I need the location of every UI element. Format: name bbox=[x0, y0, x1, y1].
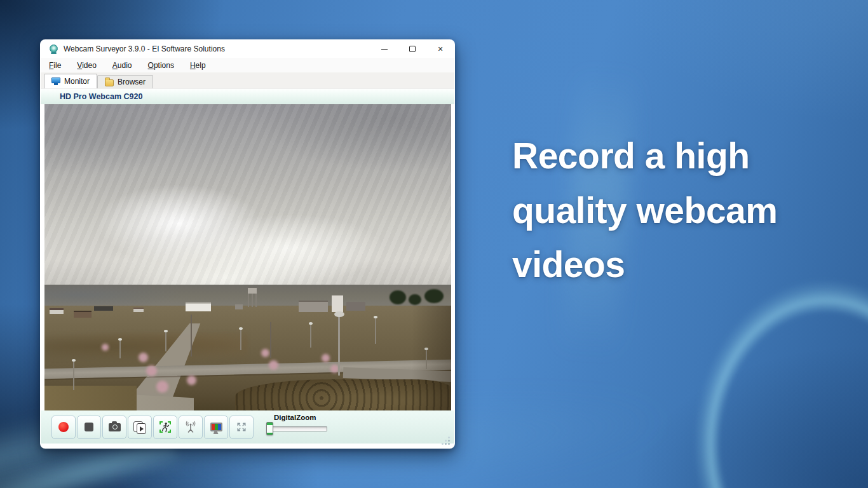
close-button[interactable]: × bbox=[426, 40, 454, 58]
stop-icon bbox=[85, 423, 93, 431]
tab-monitor-label: Monitor bbox=[64, 77, 90, 86]
frame-capture-button[interactable] bbox=[128, 416, 152, 439]
menu-help[interactable]: Help bbox=[184, 59, 212, 72]
folder-icon bbox=[105, 79, 114, 86]
tab-bar: Monitor Browser bbox=[41, 72, 454, 88]
motion-runner-icon bbox=[159, 421, 172, 433]
webcam-icon bbox=[49, 44, 58, 54]
window-title: Webcam Surveyor 3.9.0 - EI Software Solu… bbox=[64, 44, 225, 53]
camera-icon bbox=[109, 423, 121, 431]
tab-browser[interactable]: Browser bbox=[97, 75, 153, 88]
menu-audio[interactable]: Audio bbox=[107, 59, 138, 72]
resize-grip[interactable] bbox=[442, 437, 451, 445]
record-icon bbox=[58, 422, 69, 432]
control-toolbar: DigitalZoom bbox=[41, 410, 454, 444]
digital-zoom-slider-track[interactable] bbox=[268, 426, 327, 431]
maximize-icon bbox=[409, 46, 416, 52]
digital-zoom-slider-thumb[interactable] bbox=[266, 422, 273, 435]
maximize-button[interactable] bbox=[398, 40, 426, 58]
antenna-icon bbox=[184, 421, 197, 433]
broadcast-button[interactable] bbox=[179, 416, 203, 439]
menu-file[interactable]: File bbox=[43, 59, 67, 72]
menu-video[interactable]: Video bbox=[71, 59, 102, 72]
device-bar: HD Pro Webcam C920 bbox=[41, 88, 454, 104]
rgb-monitor-icon bbox=[210, 423, 222, 431]
digital-zoom-control: DigitalZoom bbox=[266, 410, 374, 444]
scene-sky bbox=[44, 104, 451, 285]
window-bottom-edge bbox=[41, 444, 454, 448]
tab-monitor[interactable]: Monitor bbox=[44, 74, 97, 88]
minimize-button[interactable] bbox=[370, 40, 398, 58]
motion-detection-button[interactable] bbox=[153, 416, 177, 439]
video-settings-button[interactable] bbox=[204, 416, 228, 439]
minimize-icon bbox=[381, 49, 388, 50]
fullscreen-button[interactable] bbox=[229, 416, 254, 439]
fullscreen-arrows-icon bbox=[236, 421, 247, 433]
frames-play-icon bbox=[133, 421, 146, 433]
menu-options[interactable]: Options bbox=[142, 59, 180, 72]
monitor-icon bbox=[51, 78, 60, 85]
hero-text: Record a high quality webcam videos bbox=[512, 129, 865, 292]
tab-browser-label: Browser bbox=[118, 78, 146, 86]
device-name-label: HD Pro Webcam C920 bbox=[60, 92, 142, 101]
webcam-live-preview bbox=[44, 104, 451, 410]
menu-bar: File Video Audio Options Help bbox=[41, 58, 454, 72]
snapshot-button[interactable] bbox=[102, 416, 126, 439]
title-bar: Webcam Surveyor 3.9.0 - EI Software Solu… bbox=[41, 40, 454, 58]
record-button[interactable] bbox=[51, 416, 76, 439]
digital-zoom-label: DigitalZoom bbox=[274, 414, 316, 421]
desktop-wallpaper: Record a high quality webcam videos Webc… bbox=[0, 0, 868, 488]
stop-button[interactable] bbox=[77, 416, 101, 439]
scene-land bbox=[44, 306, 451, 410]
app-window: Webcam Surveyor 3.9.0 - EI Software Solu… bbox=[40, 39, 455, 449]
close-icon: × bbox=[438, 44, 443, 54]
